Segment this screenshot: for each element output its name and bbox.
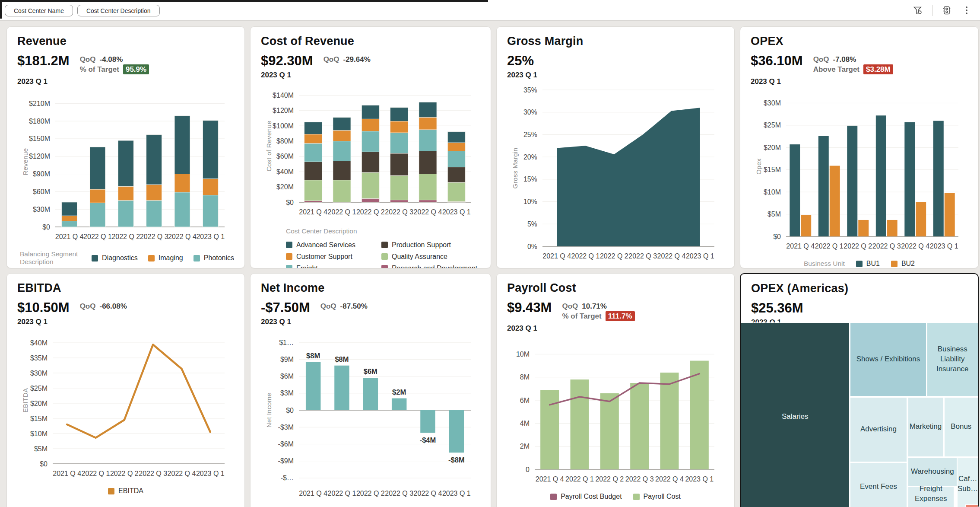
net-income-bar-chart[interactable]: $1…$9M$6M$3M$0-$3M-$6M-$9M-$…Net Income$… <box>261 331 480 503</box>
svg-text:Cost of Revenue: Cost of Revenue <box>265 121 273 172</box>
card-title: OPEX <box>751 35 968 48</box>
svg-text:2M: 2M <box>520 443 530 450</box>
treemap-tile[interactable]: Bonus <box>945 398 978 456</box>
svg-text:$3M: $3M <box>280 390 294 397</box>
card-revenue[interactable]: Revenue $181.2M QoQ-4.08%% of Target95.9… <box>6 26 245 268</box>
legend-item: Diagnostics <box>92 254 138 262</box>
svg-text:$150M: $150M <box>29 135 50 142</box>
svg-text:$0: $0 <box>42 223 50 231</box>
legend-item: Freight <box>286 262 355 268</box>
svg-text:$180M: $180M <box>29 118 50 125</box>
legend-swatch <box>550 494 557 500</box>
treemap-tile[interactable]: Advertising <box>850 398 907 462</box>
card-title: Gross Margin <box>507 35 724 48</box>
svg-text:2022 Q 3: 2022 Q 3 <box>385 490 413 497</box>
svg-text:$140M: $140M <box>273 92 294 99</box>
kpi-period: 2023 Q 1 <box>261 71 480 80</box>
treemap-tile[interactable]: Business Liability Insurance <box>927 323 978 396</box>
kpi-period: 2023 Q 1 <box>17 318 234 326</box>
svg-text:2021 Q 4: 2021 Q 4 <box>542 252 571 260</box>
toolbar-actions <box>912 5 972 16</box>
svg-text:$120M: $120M <box>273 107 294 115</box>
svg-text:EBITDA: EBITDA <box>22 388 29 413</box>
svg-text:$90M: $90M <box>33 170 50 178</box>
svg-text:$30M: $30M <box>30 370 48 377</box>
svg-text:2022 Q 2: 2022 Q 2 <box>356 208 385 216</box>
svg-text:Net Income: Net Income <box>265 393 273 428</box>
svg-text:2022 Q 3: 2022 Q 3 <box>872 242 901 250</box>
legend-item: EBITDA <box>108 487 143 495</box>
treemap-tile[interactable] <box>966 505 978 507</box>
gross-margin-area-chart[interactable]: 0%5%10%15%20%25%30%35%Gross Margin2021 Q… <box>507 84 724 265</box>
card-gross-margin[interactable]: Gross Margin 25% 2023 Q 1 0%5%10%15%20%2… <box>496 26 735 268</box>
opex-grouped-bar-chart[interactable]: $0$5M$10M$15M$20M$25M$30MOpex2021 Q 4202… <box>751 90 968 255</box>
svg-text:$8M: $8M <box>335 355 349 363</box>
legend-item: BU1 <box>856 260 880 268</box>
svg-text:2022 Q 4: 2022 Q 4 <box>414 208 442 216</box>
treemap-tile[interactable]: Shows / Exhibitions <box>850 323 926 396</box>
legend-swatch <box>381 265 388 268</box>
filter-chip-cost-center-description[interactable]: Cost Center Description <box>77 5 160 16</box>
filter-chip-cost-center-name[interactable]: Cost Center Name <box>5 5 73 16</box>
kpi-metrics: QoQ-29.64% <box>323 54 371 64</box>
revenue-stacked-bar-chart[interactable]: $0$30M$60M$90M$120M$150M$180M$210MRevenu… <box>17 90 234 246</box>
svg-text:-$9M: -$9M <box>278 458 294 465</box>
card-net-income[interactable]: Net Income -$7.50M QoQ-87.50% 2023 Q 1 $… <box>250 273 491 507</box>
card-title: OPEX (Americas) <box>751 282 967 295</box>
treemap-tile[interactable]: Warehousing <box>908 458 957 486</box>
svg-text:-$4M: -$4M <box>420 437 436 444</box>
svg-text:15%: 15% <box>523 176 537 183</box>
kpi-value: $181.2M <box>17 54 70 68</box>
svg-text:2022 Q 3: 2022 Q 3 <box>625 475 654 483</box>
svg-text:$120M: $120M <box>29 153 50 160</box>
filter-remove-icon[interactable] <box>912 5 923 16</box>
kpi-metric: QoQ10.71% <box>562 301 634 311</box>
svg-text:$10M: $10M <box>764 188 781 196</box>
svg-text:$30M: $30M <box>764 99 781 107</box>
svg-text:2022 Q 4: 2022 Q 4 <box>168 470 196 477</box>
svg-text:2022 Q 2: 2022 Q 2 <box>844 242 872 250</box>
kpi-metric: QoQ-87.50% <box>320 301 368 311</box>
stoplight-status-icon[interactable] <box>941 5 952 16</box>
card-opex[interactable]: OPEX $36.10M QoQ-7.08%Above Target$3.28M… <box>740 26 979 268</box>
svg-text:$10M: $10M <box>30 430 48 437</box>
svg-text:6M: 6M <box>520 397 530 404</box>
card-cost-of-revenue[interactable]: Cost of Revenue $92.30M QoQ-29.64% 2023 … <box>250 26 491 268</box>
treemap-tile[interactable]: Marketing <box>908 398 943 456</box>
treemap-tile[interactable]: Caf… Sub… <box>958 458 978 507</box>
legend-title: Balancing Segment Description <box>20 250 81 266</box>
svg-text:2021 Q 4: 2021 Q 4 <box>786 242 815 250</box>
opex-americas-treemap[interactable]: SalariesShows / ExhibitionsBusiness Liab… <box>741 323 978 507</box>
svg-text:2022 Q 2: 2022 Q 2 <box>600 252 628 260</box>
cost-of-revenue-stacked-bar-chart[interactable]: $0$20M$40M$60M$80M$100M$120M$140MCost of… <box>261 84 480 221</box>
svg-text:2022 Q 1: 2022 Q 1 <box>815 242 844 250</box>
kpi-metric: QoQ-29.64% <box>323 54 371 64</box>
treemap-tile[interactable]: Event Fees <box>850 463 907 507</box>
svg-text:$0: $0 <box>286 407 294 414</box>
card-opex-americas[interactable]: OPEX (Americas) $25.36M 2023 Q 1 Salarie… <box>740 273 979 507</box>
svg-text:2022 Q 2: 2022 Q 2 <box>595 475 624 483</box>
svg-text:2022 Q 1: 2022 Q 1 <box>565 475 594 483</box>
svg-text:2023 Q 1: 2023 Q 1 <box>686 252 714 260</box>
kpi-period: 2023 Q 1 <box>17 77 234 86</box>
svg-text:$210M: $210M <box>29 100 50 107</box>
svg-text:2022 Q 3: 2022 Q 3 <box>140 233 168 240</box>
svg-text:$0: $0 <box>773 233 781 240</box>
legend-item: Quality Assurance <box>381 251 477 262</box>
treemap-tile[interactable]: Freight Expenses on … <box>908 487 954 507</box>
legend-swatch <box>286 242 292 248</box>
card-ebitda[interactable]: EBITDA $10.50M QoQ-66.08% 2023 Q 1 $0$5M… <box>6 273 245 507</box>
filter-chip-bar: Cost Center Name Cost Center Description <box>5 4 160 16</box>
ebitda-line-chart[interactable]: $0$5M$10M$15M$20M$25M$30M$35M$40MEBITDA2… <box>17 331 234 483</box>
kpi-value: $36.10M <box>751 54 803 68</box>
svg-text:2023 Q 1: 2023 Q 1 <box>196 470 225 477</box>
svg-text:10M: 10M <box>516 351 530 358</box>
treemap-tile[interactable]: Salaries <box>741 323 849 507</box>
svg-text:Revenue: Revenue <box>22 148 29 175</box>
kebab-menu-icon[interactable] <box>961 5 972 16</box>
payroll-cost-combo-chart[interactable]: 02M4M6M8M10M2021 Q 42022 Q 12022 Q 22022… <box>507 337 724 488</box>
card-payroll-cost[interactable]: Payroll Cost $9.43M QoQ10.71%% of Target… <box>496 273 735 507</box>
svg-text:$40M: $40M <box>276 168 294 175</box>
svg-text:2021 Q 4: 2021 Q 4 <box>55 233 84 240</box>
svg-text:2021 Q 4: 2021 Q 4 <box>53 470 81 477</box>
